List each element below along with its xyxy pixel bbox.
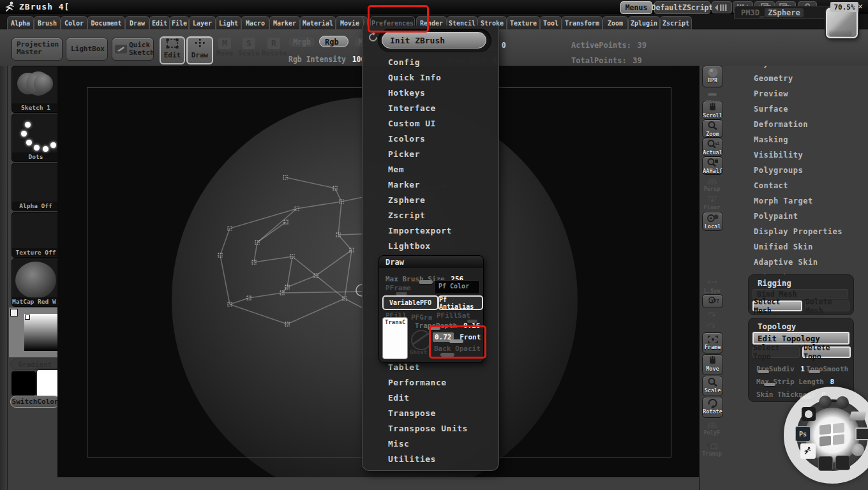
pref-item-transpose-units[interactable]: Transpose Units — [388, 424, 468, 433]
section-masking[interactable]: Masking — [754, 135, 788, 144]
dock-disc-icon[interactable] — [851, 443, 864, 456]
tile-matcap-red-w-[interactable]: MatCap Red W. — [11, 258, 60, 307]
tile-dots[interactable]: Dots — [11, 114, 60, 162]
pref-item-hotkeys[interactable]: Hotkeys — [388, 88, 425, 98]
pref-item-picker[interactable]: Picker — [388, 149, 420, 159]
pref-item-tablet[interactable]: Tablet — [388, 362, 420, 372]
strip-rotate-button[interactable]: Rotate — [702, 397, 723, 418]
close-icon[interactable]: ✕ — [858, 1, 867, 11]
tab-color[interactable]: Color — [61, 16, 87, 29]
pref-item-mem[interactable]: Mem — [388, 165, 404, 174]
strip-l-sym-button[interactable]: L.Sym — [702, 277, 722, 292]
dock-monitor-icon[interactable] — [855, 427, 868, 440]
switch-color-button[interactable]: SwitchColor — [10, 396, 60, 408]
strip-roty-button[interactable] — [702, 309, 722, 319]
tab-texture[interactable]: Texture — [507, 16, 540, 29]
rgb-intensity-label[interactable]: Rgb Intensity — [288, 55, 346, 64]
presubdiv-handle[interactable] — [758, 370, 769, 373]
dock-firefox-icon[interactable] — [802, 407, 816, 421]
strip-floor-button[interactable]: Floor — [702, 193, 722, 211]
tile-texture-off[interactable]: Texture Off — [11, 212, 60, 258]
move-button[interactable]: M Move — [213, 38, 236, 57]
pref-item-misc[interactable]: Misc — [388, 439, 409, 449]
pref-item-marker[interactable]: Marker — [388, 180, 420, 189]
section-geometry[interactable]: Geometry — [754, 74, 793, 83]
gradient-button[interactable]: Gradient — [10, 359, 60, 370]
topology-header[interactable]: Topology — [758, 322, 853, 331]
init-zbrush-button[interactable]: Init ZBrush — [382, 32, 486, 48]
dock-zbrush-icon[interactable] — [800, 443, 816, 459]
strip-zoom-button[interactable]: Zoom — [702, 119, 723, 138]
tab-alpha[interactable]: Alpha — [7, 16, 34, 29]
trans-color-swatch[interactable]: TransC — [382, 317, 408, 359]
tab-file[interactable]: File — [170, 16, 189, 29]
section-morph-target[interactable]: Morph Target — [754, 197, 813, 205]
menus-button[interactable]: Menus — [620, 1, 652, 14]
tab-zscript[interactable]: Zscript — [660, 16, 692, 29]
tab-draw[interactable]: Draw — [125, 16, 149, 29]
quick-sketch-button[interactable]: Quick Sketch — [112, 38, 154, 61]
section-polypaint[interactable]: Polypaint — [754, 212, 798, 221]
max-strip-handle[interactable] — [764, 383, 775, 386]
tab-marker[interactable]: Marker — [269, 16, 300, 29]
current-tool-thumbnail[interactable] — [826, 8, 858, 38]
strip-move-button[interactable]: Move — [702, 354, 723, 375]
strip-persp-button[interactable]: Persp — [702, 175, 722, 192]
strip-bpr-button[interactable]: BPR — [702, 66, 723, 87]
strip-rotz-button[interactable] — [702, 321, 722, 330]
edit-topology-button[interactable]: Edit Topology — [752, 332, 849, 345]
pref-item-config[interactable]: Config — [388, 57, 420, 67]
section-adaptive-skin[interactable]: Adaptive Skin — [754, 258, 818, 267]
scrub-left-icon[interactable] — [712, 1, 732, 13]
strip-transp-button[interactable]: Transp — [702, 440, 722, 459]
tab-brush[interactable]: Brush — [34, 16, 61, 29]
dock-chrome-icon[interactable] — [819, 396, 832, 408]
section-surface[interactable]: Surface — [754, 105, 788, 114]
dock-paint-icon[interactable] — [818, 456, 833, 471]
tab-transform[interactable]: Transform — [562, 16, 602, 29]
tab-layer[interactable]: Layer — [189, 16, 216, 29]
section-deformation[interactable]: Deformation — [754, 120, 808, 129]
pref-item-performance[interactable]: Performance — [388, 378, 447, 387]
pf-color-swatch[interactable]: Pf Color — [434, 280, 480, 294]
section-preview[interactable]: Preview — [754, 89, 788, 98]
pref-item-utilities[interactable]: Utilities — [388, 454, 436, 464]
tab-edit[interactable]: Edit — [149, 16, 170, 29]
dock-laptop-icon[interactable] — [849, 412, 866, 420]
pref-item-lightbox[interactable]: Lightbox — [388, 241, 431, 251]
select-topo-button[interactable]: Select Topo — [752, 346, 800, 358]
strip-local-button[interactable]: Local — [702, 212, 723, 231]
draw-button[interactable]: Draw — [186, 36, 213, 64]
strip-scroll-button[interactable]: Scroll — [702, 101, 723, 119]
tab-tool[interactable]: Tool — [540, 16, 562, 29]
rgb-toggle[interactable]: Rgb — [319, 36, 348, 47]
strip-actual-button[interactable]: x1Actual — [702, 138, 723, 156]
main-color-swatch[interactable] — [11, 371, 36, 396]
strip-scale-button[interactable]: Scale — [702, 376, 723, 396]
strip-polyf-button[interactable]: PolyF — [702, 419, 722, 438]
dock-quicktime-icon[interactable] — [836, 396, 849, 409]
section-display-properties[interactable]: Display Properties — [754, 227, 842, 236]
draw-submenu-header[interactable]: Draw — [379, 256, 483, 268]
tab-movie[interactable]: Movie — [336, 16, 364, 29]
tab-light[interactable]: Light — [216, 16, 241, 29]
tile-sketch-1[interactable]: Sketch 1 — [11, 66, 60, 113]
tab-zplugin[interactable]: Zplugin — [628, 16, 660, 29]
windows-logo-icon[interactable] — [818, 420, 847, 450]
pf-antialias-button[interactable]: Pf Antialias — [438, 295, 483, 310]
edit-button[interactable]: Edit — [160, 36, 185, 64]
tab-macro[interactable]: Macro — [241, 16, 269, 29]
rigging-header[interactable]: Rigging — [758, 278, 853, 288]
variable-pfo-button[interactable]: VariablePFO — [382, 295, 438, 310]
pref-item-icolors[interactable]: Icolors — [388, 134, 425, 144]
strip-aahalf-button[interactable]: AAHalf — [702, 156, 723, 175]
dock-photoshop-icon[interactable]: Ps — [795, 426, 811, 442]
dock-snagit-icon[interactable] — [835, 456, 850, 470]
pref-item-edit[interactable]: Edit — [388, 393, 409, 403]
delete-topo-button[interactable]: Delete Topo — [802, 346, 851, 358]
strip-frame-button[interactable]: Frame — [702, 332, 723, 353]
tile-alpha-off[interactable]: Alpha Off — [11, 163, 60, 211]
strip-xyz-button[interactable]: XYZ — [702, 294, 723, 308]
pref-item-importexport[interactable]: Importexport — [388, 226, 452, 235]
pref-item-interface[interactable]: Interface — [388, 103, 436, 113]
